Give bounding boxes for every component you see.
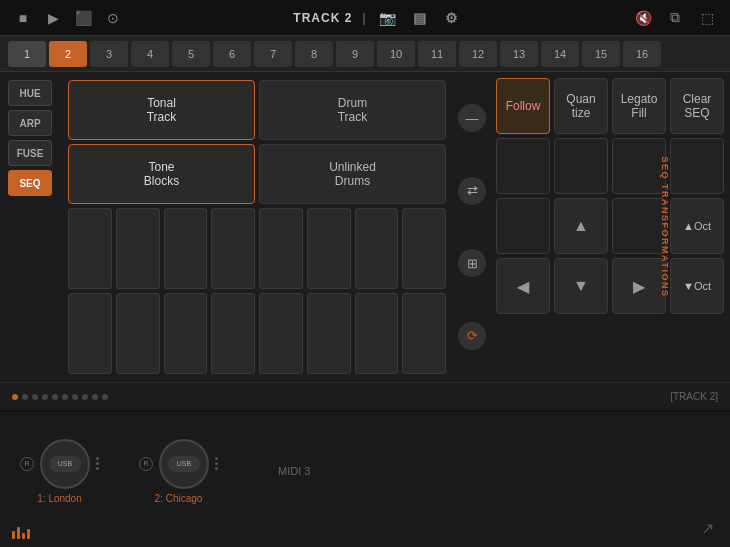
snake-icon[interactable]: ⟳ <box>458 322 486 350</box>
bar-icon <box>12 527 30 539</box>
track-num-6[interactable]: 6 <box>213 41 251 67</box>
left-arrow-button[interactable]: ◀ <box>496 258 550 314</box>
small-pad-1[interactable] <box>68 208 112 289</box>
kdot-1 <box>96 457 99 460</box>
small-pad-11[interactable] <box>164 293 208 374</box>
arp-button[interactable]: ARP <box>8 110 52 136</box>
stop-button[interactable]: ■ <box>12 7 34 29</box>
track-num-14[interactable]: 14 <box>541 41 579 67</box>
image-icon[interactable]: ▤ <box>409 7 431 29</box>
track-num-2[interactable]: 2 <box>49 41 87 67</box>
rp-r2-c3[interactable] <box>612 138 666 194</box>
rp-r3-c3[interactable] <box>612 198 666 254</box>
copy-icon[interactable]: ⧉ <box>664 7 686 29</box>
track-num-8[interactable]: 8 <box>295 41 333 67</box>
camera-icon[interactable]: 📷 <box>377 7 399 29</box>
main-area: HUE ARP FUSE SEQ Tonal Track Drum Track … <box>0 72 730 382</box>
device-2: R USB 2: Chicago <box>139 439 218 504</box>
dot-active <box>12 394 18 400</box>
track-num-13[interactable]: 13 <box>500 41 538 67</box>
top-bar: ■ ▶ ⬛ ⊙ TRACK 2 | 📷 ▤ ⚙ 🔇 ⧉ ⬚ <box>0 0 730 36</box>
track-num-11[interactable]: 11 <box>418 41 456 67</box>
bar-1 <box>12 531 15 539</box>
small-pad-3[interactable] <box>164 208 208 289</box>
down-oct-button[interactable]: ▼Oct <box>670 258 724 314</box>
clear-seq-button[interactable]: Clear SEQ <box>670 78 724 134</box>
gear-icon[interactable]: ⚙ <box>441 7 463 29</box>
small-pad-8[interactable] <box>402 208 446 289</box>
device-1-knob-area: R USB <box>20 439 99 489</box>
grid-area: Tonal Track Drum Track Tone Blocks Unlin… <box>60 72 454 382</box>
track-num-16[interactable]: 16 <box>623 41 661 67</box>
small-pad-4[interactable] <box>211 208 255 289</box>
small-pad-7[interactable] <box>355 208 399 289</box>
small-pad-15[interactable] <box>355 293 399 374</box>
legato-fill-button[interactable]: Legato Fill <box>612 78 666 134</box>
follow-button[interactable]: Follow <box>496 78 550 134</box>
dot-4 <box>52 394 58 400</box>
track-num-15[interactable]: 15 <box>582 41 620 67</box>
up-arrow-button[interactable]: ▲ <box>554 198 608 254</box>
mute-icon[interactable]: 🔇 <box>632 7 654 29</box>
track-num-9[interactable]: 9 <box>336 41 374 67</box>
bottom-right-icons: ↗ <box>696 517 718 539</box>
down-arrow-button[interactable]: ▼ <box>554 258 608 314</box>
rp-r3-c1[interactable] <box>496 198 550 254</box>
track-numbers-row: 1 2 3 4 5 6 7 8 9 10 11 12 13 14 15 16 <box>0 36 730 72</box>
track-num-3[interactable]: 3 <box>90 41 128 67</box>
loop-button[interactable]: ⊙ <box>102 7 124 29</box>
device-1-label: 1: London <box>37 493 82 504</box>
save-icon[interactable]: ⬚ <box>696 7 718 29</box>
rp-r2-c4[interactable] <box>670 138 724 194</box>
rp-r2-c1[interactable] <box>496 138 550 194</box>
record-button[interactable]: ⬛ <box>72 7 94 29</box>
arrows-icon[interactable]: ⇄ <box>458 177 486 205</box>
device-1-knob-inner: USB <box>49 456 81 472</box>
grid-icon[interactable]: ⊞ <box>458 249 486 277</box>
bottom-right-icon[interactable]: ↗ <box>696 517 718 539</box>
seq-button[interactable]: SEQ <box>8 170 52 196</box>
bar-3 <box>22 533 25 539</box>
small-pad-9[interactable] <box>68 293 112 374</box>
minus-icon[interactable]: — <box>458 104 486 132</box>
small-pad-14[interactable] <box>307 293 351 374</box>
device-2-knob[interactable]: USB <box>159 439 209 489</box>
rp-row-2 <box>496 138 724 194</box>
small-pad-12[interactable] <box>211 293 255 374</box>
small-pad-6[interactable] <box>307 208 351 289</box>
device-1-knob[interactable]: USB <box>40 439 90 489</box>
drum-track-cell[interactable]: Drum Track <box>259 80 446 140</box>
up-oct-button[interactable]: ▲Oct <box>670 198 724 254</box>
small-pad-16[interactable] <box>402 293 446 374</box>
tone-blocks-cell[interactable]: Tone Blocks <box>68 144 255 204</box>
device-1-dots <box>96 457 99 470</box>
track-num-12[interactable]: 12 <box>459 41 497 67</box>
tonal-track-cell[interactable]: Tonal Track <box>68 80 255 140</box>
right-arrow-button[interactable]: ▶ <box>612 258 666 314</box>
unlinked-drums-cell[interactable]: Unlinked Drums <box>259 144 446 204</box>
hue-button[interactable]: HUE <box>8 80 52 106</box>
track-num-4[interactable]: 4 <box>131 41 169 67</box>
small-pad-2[interactable] <box>116 208 160 289</box>
quantize-button[interactable]: Quan tize <box>554 78 608 134</box>
kdot-3 <box>96 467 99 470</box>
dot-5 <box>62 394 68 400</box>
small-pad-10[interactable] <box>116 293 160 374</box>
seq-transformations-label: SEQ TRANSFORMATIONS <box>661 157 671 298</box>
track-num-7[interactable]: 7 <box>254 41 292 67</box>
grid-row-2: Tone Blocks Unlinked Drums <box>68 144 446 204</box>
divider: | <box>362 11 366 25</box>
track-num-5[interactable]: 5 <box>172 41 210 67</box>
play-button[interactable]: ▶ <box>42 7 64 29</box>
fuse-button[interactable]: FUSE <box>8 140 52 166</box>
rp-row-1: Follow Quan tize Legato Fill Clear SEQ <box>496 78 724 134</box>
track-num-10[interactable]: 10 <box>377 41 415 67</box>
small-pad-13[interactable] <box>259 293 303 374</box>
rp-r2-c2[interactable] <box>554 138 608 194</box>
track-num-1[interactable]: 1 <box>8 41 46 67</box>
bottom-area: R USB 1: London R USB <box>0 410 730 530</box>
right-panel: Follow Quan tize Legato Fill Clear SEQ ▲… <box>490 72 730 382</box>
device-2-indicator: R <box>139 457 153 471</box>
dot-9 <box>102 394 108 400</box>
small-pad-5[interactable] <box>259 208 303 289</box>
